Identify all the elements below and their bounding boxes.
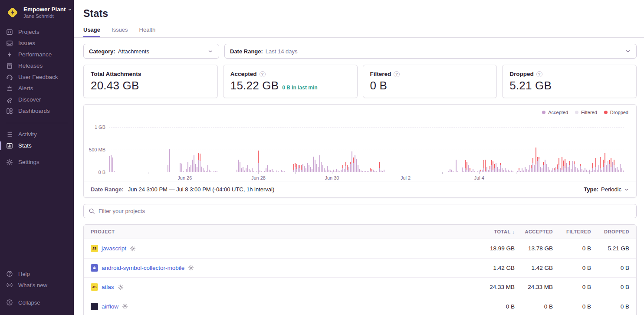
legend-dropped[interactable]: Dropped [604,110,628,115]
usage-bar[interactable] [174,172,174,172]
usage-bar[interactable] [566,163,567,172]
usage-bar[interactable] [457,171,458,172]
usage-bar[interactable] [358,165,358,172]
sidebar-item-alerts[interactable]: Alerts [0,83,74,94]
usage-bar[interactable] [244,171,245,172]
usage-bar[interactable] [398,172,398,172]
usage-bar[interactable] [253,171,254,172]
usage-bar[interactable] [526,169,527,172]
usage-bar[interactable] [557,164,558,172]
usage-bar[interactable] [135,172,136,172]
usage-bar[interactable] [486,167,487,173]
usage-bar[interactable] [235,172,236,172]
usage-bar[interactable] [410,172,411,172]
usage-bar[interactable] [621,168,622,172]
usage-bar[interactable] [594,170,595,172]
search-input[interactable] [99,208,631,214]
tab-usage[interactable]: Usage [83,26,100,37]
usage-bar[interactable] [506,171,507,172]
usage-bar[interactable] [361,171,361,172]
usage-bar[interactable] [302,164,303,172]
usage-bar[interactable] [171,172,171,172]
usage-bar[interactable] [381,171,381,172]
usage-bar[interactable] [347,165,348,172]
usage-bar[interactable] [445,172,446,172]
usage-bar[interactable] [563,161,564,172]
usage-bar[interactable] [180,163,181,172]
usage-bar[interactable] [322,165,323,172]
usage-bar[interactable] [554,168,555,172]
usage-bar[interactable] [609,160,610,172]
usage-bar[interactable] [183,171,184,172]
usage-bar[interactable] [551,171,552,172]
usage-bar[interactable] [258,151,259,172]
usage-bar[interactable] [542,168,542,172]
usage-bar[interactable] [598,165,599,172]
usage-bar[interactable] [191,165,191,172]
project-link[interactable]: airflow [102,303,118,310]
sidebar-footer-help[interactable]: Help [0,268,74,279]
usage-bar[interactable] [437,172,438,172]
usage-bar[interactable] [371,169,372,172]
usage-bar[interactable] [513,171,513,172]
usage-bar[interactable] [310,167,311,173]
usage-bar[interactable] [496,163,496,172]
usage-bar[interactable] [269,170,269,172]
usage-bar[interactable] [509,171,510,172]
usage-bar[interactable] [447,172,447,172]
usage-bar[interactable] [367,171,368,172]
usage-bar[interactable] [522,168,522,172]
usage-bar[interactable] [577,168,578,172]
usage-bar[interactable] [375,171,375,172]
usage-bar[interactable] [580,164,581,172]
usage-bar[interactable] [140,172,141,172]
usage-bar[interactable] [318,167,319,173]
usage-bar[interactable] [545,160,545,172]
usage-bar[interactable] [325,171,326,172]
usage-bar[interactable] [218,172,219,172]
usage-bar[interactable] [157,172,158,172]
usage-bar[interactable] [388,172,389,172]
sidebar-item-stats[interactable]: Stats [0,140,74,151]
usage-bar[interactable] [194,155,194,173]
usage-bar[interactable] [316,164,317,172]
usage-bar[interactable] [306,168,306,172]
usage-bar[interactable] [215,171,216,172]
usage-bar[interactable] [341,170,342,172]
usage-bar[interactable] [177,172,177,172]
usage-bar[interactable] [229,172,230,172]
usage-bar[interactable] [309,165,309,172]
legend-filtered[interactable]: Filtered [575,110,597,115]
usage-bar[interactable] [178,172,179,172]
usage-bar[interactable] [249,169,250,172]
col-project[interactable]: Project [91,229,476,234]
usage-bar[interactable] [540,167,541,173]
usage-bar[interactable] [339,171,340,172]
help-icon[interactable]: ? [536,71,542,77]
usage-bar[interactable] [315,160,315,172]
usage-bar[interactable] [252,168,253,172]
usage-bar[interactable] [390,172,391,172]
usage-bar[interactable] [601,170,602,172]
usage-bar[interactable] [494,164,495,172]
usage-bar[interactable] [421,172,421,172]
usage-bar[interactable] [163,172,164,172]
usage-bar[interactable] [427,172,427,172]
col-dropped[interactable]: Dropped [591,229,629,234]
usage-bar[interactable] [115,172,116,172]
usage-bar[interactable] [439,172,440,172]
usage-bar[interactable] [534,165,535,172]
usage-bar[interactable] [284,171,285,172]
usage-bar[interactable] [614,160,614,172]
usage-bar[interactable] [379,162,380,172]
sidebar-item-settings[interactable]: Settings [0,157,74,168]
usage-bar[interactable] [503,170,504,172]
usage-bar[interactable] [175,172,176,172]
usage-bar[interactable] [329,170,329,172]
usage-bar[interactable] [260,171,260,172]
usage-bar[interactable] [476,172,476,172]
usage-bar[interactable] [608,161,608,172]
usage-bar[interactable] [450,169,450,172]
usage-bar[interactable] [552,168,553,172]
usage-bar[interactable] [212,172,213,172]
